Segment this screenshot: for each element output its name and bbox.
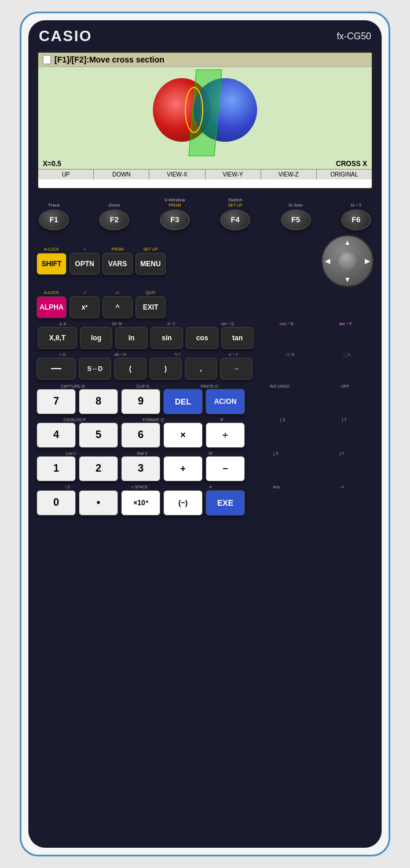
fn-down[interactable]: DOWN: [94, 170, 149, 179]
f6-button[interactable]: F6: [341, 209, 371, 230]
pow10-sublabel: π: [209, 485, 212, 490]
dpad-down[interactable]: ▼: [344, 275, 351, 284]
dpad-left[interactable]: ◀: [325, 257, 330, 265]
sin-button[interactable]: sin: [151, 327, 183, 349]
minus-sublabel: ] Y: [339, 451, 344, 455]
mult-button[interactable]: ×: [163, 422, 203, 448]
fn-viewx[interactable]: VIEW-X: [149, 170, 205, 179]
alpha-sublabel: A-LOCK: [44, 290, 59, 296]
exit-button[interactable]: EXIT: [136, 296, 166, 318]
del-button[interactable]: DEL: [163, 389, 203, 414]
comma-button[interactable]: ,: [185, 358, 217, 380]
optn-group: √ OPTN: [69, 247, 100, 275]
vars-sublabel: PRGM: [112, 247, 124, 253]
log-sublabel: 10ˣ B: [112, 322, 122, 326]
key-9[interactable]: 9: [121, 389, 160, 414]
f2-group: Zoom F2: [99, 203, 129, 230]
sd-sublabel: ab↔H: [115, 352, 126, 357]
dpad-up[interactable]: ▲: [344, 238, 351, 247]
del-sublabel: INS UNDO: [270, 384, 290, 388]
key-0[interactable]: 0: [36, 490, 76, 516]
vars-group: PRGM VARS: [103, 247, 133, 275]
fn-viewy[interactable]: VIEW-Y: [206, 170, 261, 179]
calculator-screen: [F1]/[F2]:Move cross section X=0.5 CROSS…: [36, 51, 374, 190]
key-8[interactable]: 8: [79, 389, 118, 414]
dpad-right[interactable]: ▶: [365, 257, 370, 265]
acon-button[interactable]: AC/ON: [206, 389, 245, 414]
rarrow-sublabel: ⬚ L: [343, 352, 351, 357]
tan-button[interactable]: tan: [221, 327, 254, 349]
pow10-button[interactable]: ×10ˣ: [121, 490, 160, 516]
neg-button[interactable]: (−): [163, 490, 203, 516]
plus-sublabel: [ X: [273, 451, 279, 455]
alpha-button[interactable]: ALPHA: [36, 296, 67, 318]
optn-sublabel: √: [83, 247, 86, 253]
frac-sublabel: = G: [59, 352, 65, 357]
xtheta-button[interactable]: X,θ,T: [38, 327, 77, 349]
alpha-group: A-LOCK ALPHA: [36, 290, 67, 318]
dpad-center[interactable]: [339, 252, 356, 270]
cos-sublabel: cos⁻¹ E: [280, 322, 294, 326]
f1-button[interactable]: F1: [39, 209, 69, 230]
f5-group: G-Solv F5: [281, 203, 311, 230]
acon-sublabel: OFF: [341, 384, 349, 388]
rparen-button[interactable]: ): [149, 358, 182, 380]
log-button[interactable]: log: [80, 327, 112, 349]
div-button[interactable]: ÷: [206, 422, 245, 448]
lparen-button[interactable]: (: [114, 358, 147, 380]
key-2[interactable]: 2: [79, 456, 118, 481]
key-3[interactable]: 3: [121, 456, 160, 481]
key-1[interactable]: 1: [36, 456, 76, 481]
f2-label: Zoom: [108, 203, 120, 208]
f3-button[interactable]: F3: [160, 209, 190, 230]
exe-button[interactable]: EXE: [206, 490, 245, 516]
f4-button[interactable]: F4: [220, 209, 250, 230]
x2-sublabel: √: [83, 290, 86, 296]
exit-group: QUIT EXIT: [136, 290, 166, 318]
f2-button[interactable]: F2: [99, 209, 129, 230]
f1-group: Trace F1: [39, 203, 69, 230]
menu-group: SET UP MENU: [136, 247, 166, 275]
screen-title-bar: [F1]/[F2]:Move cross section: [38, 53, 372, 67]
frac-button[interactable]: —: [36, 358, 76, 380]
fn-viewz[interactable]: VIEW-Z: [261, 170, 317, 179]
xtheta-sublabel: ∠ A: [59, 322, 66, 326]
shift-button[interactable]: SHIFT: [36, 253, 67, 275]
rarrow-button[interactable]: →: [220, 358, 252, 380]
caret-button[interactable]: ^: [103, 296, 133, 318]
key-7[interactable]: 7: [36, 389, 76, 414]
menu-button[interactable]: MENU: [136, 253, 166, 275]
minus-button[interactable]: −: [206, 456, 245, 481]
f5-button[interactable]: F5: [281, 209, 311, 230]
key-5[interactable]: 5: [79, 422, 118, 448]
plus-button[interactable]: +: [163, 456, 203, 481]
exe-sublabel: ↵: [341, 485, 345, 490]
0-sublabel: i Z: [65, 485, 70, 490]
mult-sublabel: { S: [280, 418, 285, 422]
3-sublabel: W: [208, 451, 213, 455]
shift-sublabel: A-LOCK: [44, 247, 59, 253]
screen-display: [38, 67, 372, 159]
cos-button[interactable]: cos: [186, 327, 218, 349]
key-4[interactable]: 4: [36, 422, 76, 448]
optn-button[interactable]: OPTN: [69, 253, 100, 275]
comma-sublabel: □□ K: [286, 352, 295, 357]
neg-sublabel: Ans: [273, 485, 280, 490]
sd-button[interactable]: S↔D: [79, 358, 111, 380]
f5-label: G-Solv: [288, 203, 302, 208]
vars-button[interactable]: VARS: [103, 253, 133, 275]
exit-sublabel: QUIT: [146, 290, 156, 296]
x2-button[interactable]: x²: [69, 296, 100, 318]
menu-sublabel: SET UP: [143, 247, 158, 253]
ln-sublabel: eˣ C: [167, 322, 175, 326]
fn-up[interactable]: UP: [38, 170, 94, 179]
dot-button[interactable]: •: [79, 490, 118, 516]
f3-group: V-WindowPRGM F3: [160, 198, 190, 230]
fn-original[interactable]: ORIGINAL: [317, 170, 372, 179]
dpad[interactable]: ▲ ▼ ◀ ▶: [321, 235, 374, 287]
calculator-header: CASIO fx-CG50: [34, 24, 376, 51]
3d-graph: [147, 72, 263, 153]
ln-button[interactable]: ln: [115, 327, 148, 349]
brand-label: CASIO: [39, 27, 92, 45]
key-6[interactable]: 6: [121, 422, 160, 448]
